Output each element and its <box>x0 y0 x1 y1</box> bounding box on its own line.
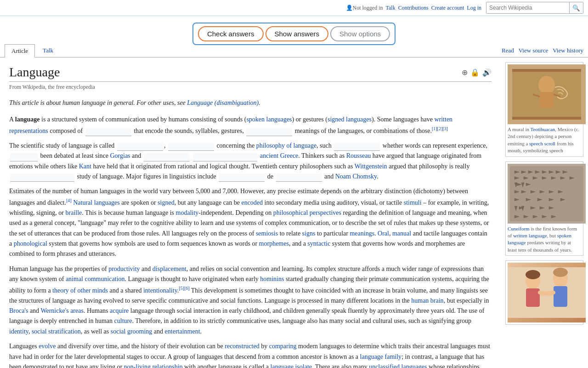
relationship-link[interactable]: relationship <box>152 363 182 368</box>
braille-link[interactable]: braille <box>66 209 82 216</box>
spoken-languages-link[interactable]: spoken languages <box>246 116 292 123</box>
create-account-link[interactable]: Create account <box>431 5 464 12</box>
identity-link[interactable]: identity <box>9 328 28 335</box>
phonological-link[interactable]: phonological <box>14 240 47 247</box>
oral-link[interactable]: Oral <box>378 230 389 237</box>
article-title-text: Language <box>9 65 60 80</box>
blank-4 <box>10 153 38 161</box>
article-subtitle: From Wikipedia, the free encyclopedia <box>9 84 492 91</box>
search-button[interactable]: 🔍 <box>569 2 583 14</box>
signed-link[interactable]: signed <box>158 199 175 206</box>
title-icons: ⊕ 🔒 🔊 <box>462 68 492 77</box>
article-text: This article is about human language in … <box>9 96 492 368</box>
speech-scroll-link[interactable]: speech scroll <box>529 141 555 146</box>
signs-link[interactable]: signs <box>302 230 316 237</box>
show-options-button[interactable]: Show options <box>330 26 390 41</box>
social-stratification-link[interactable]: social stratification <box>32 328 81 335</box>
ref-4[interactable]: [4] <box>66 198 72 203</box>
blank-2 <box>246 128 292 136</box>
svg-rect-9 <box>510 166 583 221</box>
theory-of-other-minds-link[interactable]: theory of other minds <box>52 287 108 293</box>
tab-article[interactable]: Article <box>5 44 35 58</box>
philosophical-perspectives-link[interactable]: philosophical perspectives <box>273 209 341 216</box>
hominins-link[interactable]: hominins <box>260 276 284 282</box>
tab-view-history[interactable]: View history <box>553 47 583 54</box>
natural-languages-link[interactable]: Natural languages <box>73 199 119 206</box>
syntactic-link[interactable]: syntactic <box>307 240 330 247</box>
tabs-right: Read View source View history <box>502 47 583 54</box>
wittgenstein-link[interactable]: Wittgenstein <box>355 163 387 170</box>
stimuli-link[interactable]: stimuli <box>404 199 422 206</box>
check-answers-button[interactable]: Check answers <box>198 26 264 41</box>
productivity-link[interactable]: productivity <box>108 265 140 272</box>
ancient-greece-link[interactable]: ancient Greece <box>260 152 299 159</box>
reconstructed-link[interactable]: reconstructed <box>225 343 259 350</box>
quiz-bar: Check answers Show answers Show options <box>192 23 396 45</box>
animal-communication-link[interactable]: animal communication <box>66 276 125 282</box>
svg-point-57 <box>553 268 568 277</box>
non-living-link[interactable]: non-living <box>124 363 151 368</box>
meanings-link[interactable]: meanings <box>350 230 374 237</box>
rousseau-link[interactable]: Rousseau <box>346 152 371 159</box>
language-family-link[interactable]: language family <box>360 353 402 360</box>
intentionality-link[interactable]: intentionality <box>143 287 177 293</box>
show-answers-button[interactable]: Show answers <box>265 26 328 41</box>
audio-icon[interactable]: 🔊 <box>482 68 492 77</box>
social-grooming-link[interactable]: social grooming <box>111 328 153 335</box>
entertainment-link[interactable]: entertainment <box>165 328 200 335</box>
language-isolate-link[interactable]: language isolate <box>270 363 312 368</box>
cuneiform-link[interactable]: Cuneiform <box>508 226 530 231</box>
sidebar-images: A mural in Teotihuacan, Mexico (c. 2nd c… <box>501 58 588 368</box>
ref-5-6[interactable]: [5][6] <box>179 286 189 291</box>
evolve-link[interactable]: evolve <box>39 343 56 350</box>
log-in-link[interactable]: Log in <box>467 5 481 12</box>
hatnote: This article is about human language in … <box>9 96 492 110</box>
blank-9 <box>276 173 322 182</box>
modality-link[interactable]: modality <box>176 209 199 216</box>
tab-view-source[interactable]: View source <box>519 47 548 54</box>
morphemes-link[interactable]: morphemes <box>259 240 289 247</box>
languages-evolve-paragraph: Languages evolve and diversify over time… <box>9 341 492 368</box>
gorgias-link[interactable]: Gorgias <box>110 152 130 159</box>
unclassified-languages-link[interactable]: unclassified languages <box>369 363 427 368</box>
manual-link[interactable]: manual <box>392 230 411 237</box>
brocas-link[interactable]: Broca's <box>9 307 28 314</box>
written-representations-link[interactable]: written representations <box>9 116 452 134</box>
expand-icon[interactable]: ⊕ <box>462 68 468 77</box>
svg-point-54 <box>526 270 540 279</box>
image-2-caption: Cuneiform is the first known form of wri… <box>508 225 581 254</box>
svg-rect-56 <box>554 286 567 307</box>
estimates-paragraph: Estimates of the number of human languag… <box>9 186 492 259</box>
culture-link[interactable]: culture <box>114 317 132 324</box>
lock-icon: 🔒 <box>470 68 480 77</box>
acquire-link[interactable]: acquire <box>110 307 129 314</box>
svg-line-59 <box>542 293 554 294</box>
signed-languages-link[interactable]: signed languages <box>328 116 372 123</box>
contributions-link[interactable]: Contributions <box>398 5 429 12</box>
encoded-link[interactable]: encoded <box>241 199 263 206</box>
talk-link[interactable]: Talk <box>386 5 396 12</box>
tab-talk[interactable]: Talk <box>36 44 60 57</box>
tab-read[interactable]: Read <box>502 47 514 54</box>
svg-point-2 <box>538 76 555 94</box>
image-box-1: A mural in Teotihuacan, Mexico (c. 2nd c… <box>505 62 583 157</box>
image-3 <box>508 263 586 322</box>
blank-1 <box>85 128 131 136</box>
written-language-link[interactable]: written language <box>513 233 547 238</box>
ref-1[interactable]: [1][2][3] <box>432 126 448 131</box>
blank-8 <box>219 173 265 182</box>
search-box[interactable]: 🔍 <box>486 2 583 14</box>
kant-link[interactable]: Kant <box>79 163 91 170</box>
disambiguation-link[interactable]: Language (disambiguation) <box>187 99 259 106</box>
svg-rect-53 <box>526 288 540 307</box>
semiosis-link[interactable]: semiosis <box>256 230 278 237</box>
teotihuacan-link[interactable]: Teotihuacan <box>531 126 555 132</box>
human-brain-link[interactable]: human brain <box>411 297 443 304</box>
search-input[interactable] <box>486 4 569 12</box>
comparing-link[interactable]: comparing <box>269 343 297 350</box>
displacement-link[interactable]: displacement <box>153 265 187 272</box>
chomsky-link[interactable]: Noam Chomsky <box>335 173 377 180</box>
philosophy-link[interactable]: philosophy of language <box>256 142 317 149</box>
user-icon: 👤 <box>346 5 353 12</box>
wernickes-link[interactable]: Wernicke's areas <box>40 307 84 314</box>
